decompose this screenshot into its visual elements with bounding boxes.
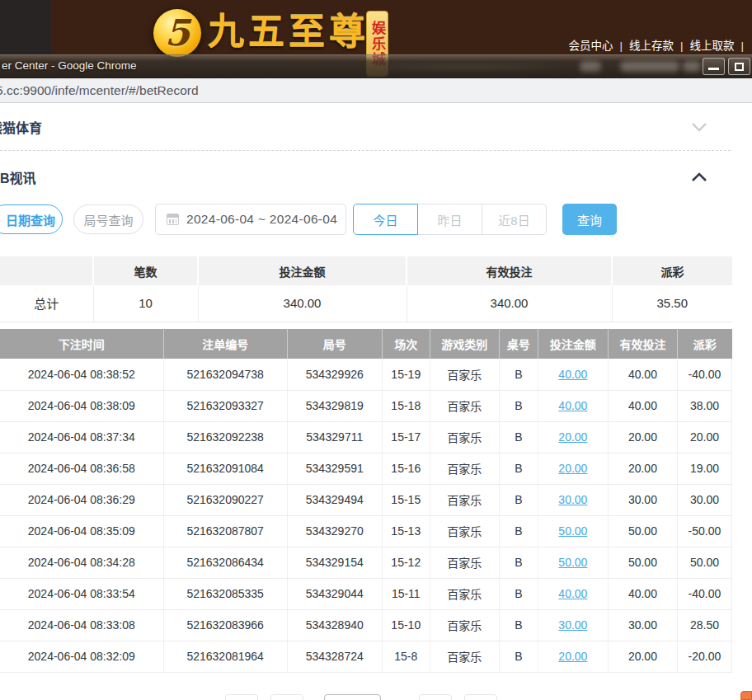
section-panda-sports[interactable]: 熊猫体育 (0, 104, 731, 151)
bet-table-header-cell: 投注金额 (538, 329, 608, 359)
bet-amount-link[interactable]: 40.00 (558, 587, 587, 600)
game-type: 百家乐 (430, 515, 499, 547)
table-number: B (499, 359, 538, 390)
table-row: 2024-06-04 08:38:09521632093327534329819… (0, 390, 732, 421)
session: 15-13 (382, 515, 430, 547)
valid-bet: 40.00 (608, 390, 677, 421)
summary-cell: 35.50 (612, 285, 732, 322)
bet-amount-link: 40.00 (538, 390, 608, 421)
date-range-input[interactable]: 2024-06-04 ~ 2024-06-04 (155, 204, 346, 235)
round-number: 534329591 (287, 453, 382, 484)
session: 15-11 (382, 578, 430, 609)
page-content: 熊猫体育 B视讯 日期查询 局号查询 2024-06-04 ~ 2024-06-… (0, 104, 752, 700)
bet-amount-link[interactable]: 20.00 (558, 650, 587, 663)
summary-header-cell: 投注金额 (198, 256, 407, 285)
search-button[interactable]: 查询 (562, 204, 617, 235)
game-type: 百家乐 (430, 421, 499, 453)
table-row: 2024-06-04 08:33:08521632083966534328940… (0, 609, 732, 641)
table-row: 2024-06-04 08:34:28521632086434534329154… (0, 547, 732, 578)
order-number: 521632087807 (163, 515, 287, 547)
section-title: 熊猫体育 (0, 117, 42, 137)
valid-bet: 20.00 (608, 453, 677, 484)
round-number: 534329711 (287, 421, 382, 453)
today-button[interactable]: 今日 (353, 204, 418, 235)
bet-amount-link: 50.00 (538, 547, 608, 578)
table-number: B (499, 578, 538, 609)
url-text: 5.cc:9900/infe/mcenter/#/betRecord (0, 78, 752, 102)
table-row: 2024-06-04 08:33:54521632085335534329044… (0, 578, 732, 609)
window-title: er Center - Google Chrome (2, 59, 137, 72)
brand-logo-text: 九五至尊 (208, 11, 369, 54)
section-bb-video[interactable]: B视讯 (0, 157, 731, 198)
bet-amount-link[interactable]: 40.00 (558, 368, 587, 381)
address-bar[interactable]: 5.cc:9900/infe/mcenter/#/betRecord (0, 78, 752, 103)
summary-header-cell: 有效投注 (407, 256, 612, 285)
order-number: 521632090227 (163, 484, 287, 515)
yesterday-button[interactable]: 昨日 (417, 204, 482, 235)
bet-amount-link: 30.00 (538, 609, 608, 641)
summary-total-row: 总计10340.00340.0035.50 (0, 285, 732, 322)
order-number: 521632083966 (163, 609, 287, 641)
round-query-tab[interactable]: 局号查询 (73, 204, 143, 234)
pagination-button[interactable] (464, 694, 497, 700)
game-type: 百家乐 (430, 609, 499, 641)
bet-amount-link[interactable]: 50.00 (558, 556, 587, 569)
bet-amount-link[interactable]: 30.00 (558, 493, 587, 506)
blurred-text (580, 61, 601, 72)
table-row: 2024-06-04 08:35:09521632087807534329270… (0, 515, 732, 547)
nav-link[interactable]: 会员中心 (568, 40, 613, 52)
bet-time: 2024-06-04 08:37:34 (0, 421, 163, 453)
bet-amount-link[interactable]: 30.00 (558, 618, 587, 632)
last-8-days-button[interactable]: 近8日 (482, 204, 547, 235)
browser-titlebar: er Center - Google Chrome (0, 54, 752, 78)
table-row: 2024-06-04 08:32:09521632081964534328724… (0, 641, 732, 672)
bet-amount-link[interactable]: 20.00 (558, 430, 587, 444)
valid-bet: 40.00 (608, 578, 677, 609)
minimize-button[interactable] (703, 58, 725, 75)
order-number: 521632081964 (163, 641, 287, 672)
payout: 38.00 (677, 390, 731, 421)
pagination-button[interactable] (270, 694, 303, 700)
valid-bet: 40.00 (608, 359, 677, 390)
bet-table-header-cell: 游戏类别 (430, 329, 499, 359)
top-nav: 会员中心|线上存款|线上取款| (568, 36, 750, 53)
session: 15-19 (382, 359, 430, 390)
round-number: 534329819 (287, 390, 382, 421)
pagination-button[interactable] (419, 694, 452, 700)
session: 15-10 (382, 609, 430, 641)
pagination-current[interactable] (324, 694, 381, 700)
nav-separator: | (619, 40, 623, 52)
table-row: 2024-06-04 08:38:52521632094738534329926… (0, 359, 732, 390)
game-type: 百家乐 (430, 359, 499, 390)
bet-amount-link: 30.00 (538, 484, 608, 515)
session: 15-15 (382, 484, 430, 515)
bet-time: 2024-06-04 08:36:29 (0, 484, 163, 515)
nav-link[interactable]: 线上存款 (629, 40, 674, 52)
nav-link[interactable]: 线上取款 (689, 40, 734, 52)
bet-amount-link[interactable]: 40.00 (558, 399, 587, 412)
payout: 30.00 (677, 484, 731, 515)
pagination-button[interactable] (225, 694, 258, 700)
bet-amount-link[interactable]: 20.00 (558, 462, 587, 475)
filter-toolbar: 日期查询 局号查询 2024-06-04 ~ 2024-06-04 今日 昨日 … (0, 204, 752, 237)
floating-service-widget[interactable] (740, 691, 752, 700)
order-number: 521632085335 (163, 578, 287, 609)
date-query-tab[interactable]: 日期查询 (0, 204, 63, 234)
bet-amount-link[interactable]: 50.00 (558, 524, 587, 538)
round-number: 534329494 (287, 484, 382, 515)
valid-bet: 20.00 (608, 641, 677, 672)
summary-header-cell: 派彩 (612, 256, 732, 285)
order-number: 521632091084 (163, 453, 287, 484)
table-number: B (499, 390, 538, 421)
valid-bet: 30.00 (608, 484, 677, 515)
summary-cell: 10 (93, 285, 198, 322)
table-number: B (499, 547, 538, 578)
bet-table-header-cell: 下注时间 (0, 329, 163, 359)
chevron-up-icon (691, 171, 707, 183)
section-title: B视讯 (0, 167, 36, 187)
table-number: B (499, 641, 538, 672)
bet-time: 2024-06-04 08:33:08 (0, 609, 163, 641)
game-type: 百家乐 (430, 390, 499, 421)
maximize-icon (735, 63, 744, 71)
maximize-button[interactable] (728, 58, 750, 75)
